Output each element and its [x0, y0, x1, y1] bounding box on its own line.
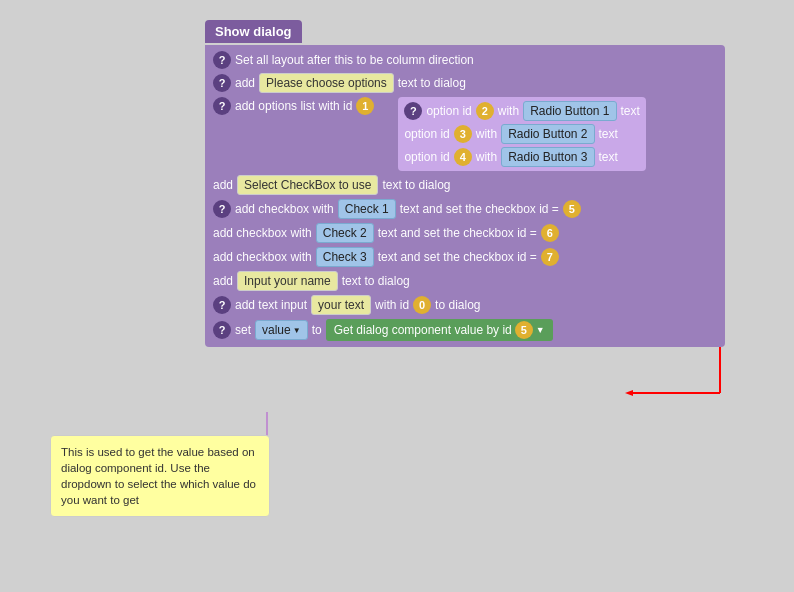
option3-row: option id 4 with Radio Button 3 text [404, 147, 639, 167]
your-text-tag[interactable]: your text [311, 295, 371, 315]
text-input-id: 0 [413, 296, 431, 314]
add-text-label: add [235, 76, 255, 90]
checkbox1-row: ? add checkbox with Check 1 text and set… [213, 199, 717, 219]
option1-suffix: text [621, 104, 640, 118]
add-select-checkbox-text: add [213, 178, 233, 192]
option2-suffix: text [599, 127, 618, 141]
option1-with: with [498, 104, 519, 118]
get-dialog-dropdown-arrow[interactable]: ▼ [536, 325, 545, 335]
checkbox2-row: add checkbox with Check 2 text and set t… [213, 223, 717, 243]
help-set-layout[interactable]: ? [213, 51, 231, 69]
checkbox2-label[interactable]: Check 2 [316, 223, 374, 243]
checkbox3-row: add checkbox with Check 3 text and set t… [213, 247, 717, 267]
checkbox1-label[interactable]: Check 1 [338, 199, 396, 219]
add-options-list-text: add options list with id [235, 99, 352, 113]
option3-with: with [476, 150, 497, 164]
options-sub-block: ? option id 2 with Radio Button 1 text o… [398, 97, 645, 171]
show-dialog-header: Show dialog [205, 20, 302, 43]
options-list-id-badge: 1 [356, 97, 374, 115]
add-text-input-suffix2: to dialog [435, 298, 480, 312]
add-text-input-prefix: add text input [235, 298, 307, 312]
set-value-row: ? set value to Get dialog component valu… [213, 319, 717, 341]
add-text-input-row: ? add text input your text with id 0 to … [213, 295, 717, 315]
option2-prefix: option id [404, 127, 449, 141]
checkbox2-prefix: add checkbox with [213, 226, 312, 240]
option2-with: with [476, 127, 497, 141]
add-please-choose-row: ? add Please choose options text to dial… [213, 73, 717, 93]
set-value-to: to [312, 323, 322, 337]
add-input-name-row: add Input your name text to dialog [213, 271, 717, 291]
please-choose-tag[interactable]: Please choose options [259, 73, 394, 93]
option3-prefix: option id [404, 150, 449, 164]
help-options-list[interactable]: ? [213, 97, 231, 115]
get-dialog-value-block[interactable]: Get dialog component value by id 5 ▼ [326, 319, 553, 341]
option3-suffix: text [599, 150, 618, 164]
input-your-name-tag[interactable]: Input your name [237, 271, 338, 291]
help-text-input[interactable]: ? [213, 296, 231, 314]
tooltip-text: This is used to get the value based on d… [61, 446, 256, 506]
text-to-dialog-label: text to dialog [398, 76, 466, 90]
options-list-row: ? add options list with id 1 ? option id… [213, 97, 717, 171]
set-value-prefix: set [235, 323, 251, 337]
text-to-dialog2-label: text to dialog [382, 178, 450, 192]
checkbox3-prefix: add checkbox with [213, 250, 312, 264]
select-checkbox-tag[interactable]: Select CheckBox to use [237, 175, 378, 195]
checkbox3-suffix: text and set the checkbox id = [378, 250, 537, 264]
add-select-checkbox-row: add Select CheckBox to use text to dialo… [213, 175, 717, 195]
option2-id: 3 [454, 125, 472, 143]
checkbox3-label[interactable]: Check 3 [316, 247, 374, 267]
option3-label[interactable]: Radio Button 3 [501, 147, 594, 167]
set-layout-row: ? Set all layout after this to be column… [213, 51, 717, 69]
checkbox1-prefix: add checkbox with [235, 202, 334, 216]
checkbox3-id: 7 [541, 248, 559, 266]
option1-id: 2 [476, 102, 494, 120]
checkbox1-id: 5 [563, 200, 581, 218]
set-layout-text: Set all layout after this to be column d… [235, 53, 474, 67]
help-checkbox1[interactable]: ? [213, 200, 231, 218]
checkbox2-suffix: text and set the checkbox id = [378, 226, 537, 240]
text-to-dialog3-label: text to dialog [342, 274, 410, 288]
checkbox1-suffix: text and set the checkbox id = [400, 202, 559, 216]
option2-label[interactable]: Radio Button 2 [501, 124, 594, 144]
option3-id: 4 [454, 148, 472, 166]
help-please-choose[interactable]: ? [213, 74, 231, 92]
help-set-value[interactable]: ? [213, 321, 231, 339]
add-input-name-text: add [213, 274, 233, 288]
tooltip-box: This is used to get the value based on d… [50, 435, 270, 517]
checkbox2-id: 6 [541, 224, 559, 242]
get-dialog-id: 5 [515, 321, 533, 339]
option1-row: ? option id 2 with Radio Button 1 text [404, 101, 639, 121]
value-dropdown[interactable]: value [255, 320, 308, 340]
add-text-input-suffix: with id [375, 298, 409, 312]
help-option1[interactable]: ? [404, 102, 422, 120]
option2-row: option id 3 with Radio Button 2 text [404, 124, 639, 144]
option1-label[interactable]: Radio Button 1 [523, 101, 616, 121]
option1-prefix: option id [426, 104, 471, 118]
svg-marker-3 [625, 390, 633, 396]
get-dialog-value-label: Get dialog component value by id [334, 323, 512, 337]
